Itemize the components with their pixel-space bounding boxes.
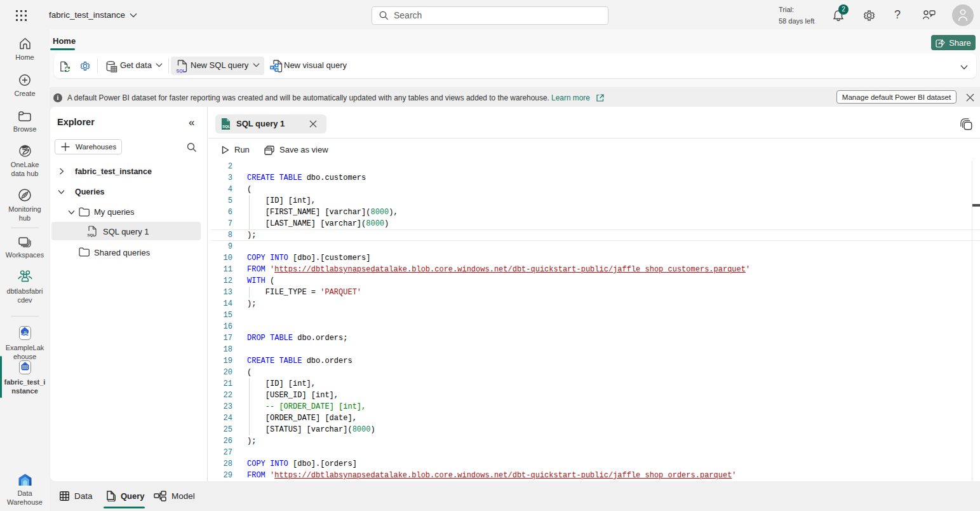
- svg-text:SQL: SQL: [222, 125, 231, 128]
- svg-text:SQL: SQL: [88, 233, 96, 237]
- svg-text:SQL: SQL: [177, 69, 186, 74]
